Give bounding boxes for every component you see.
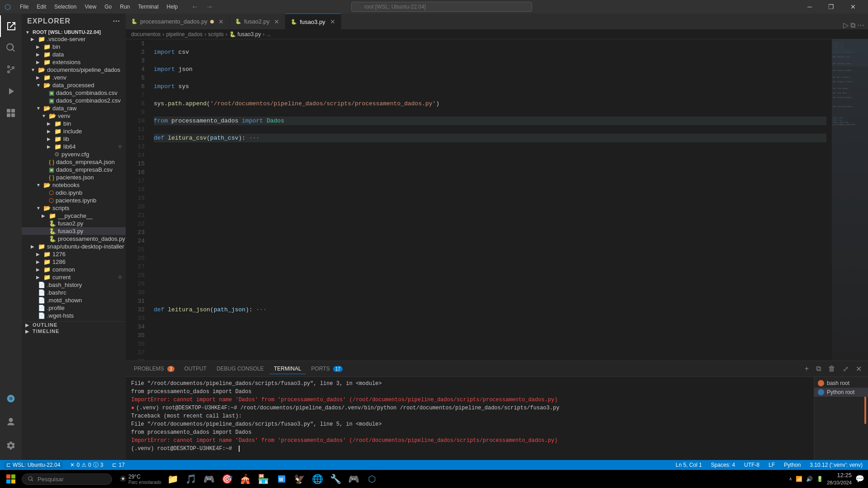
sidebar-item-venv-bin[interactable]: ▶ 📁 bin: [22, 120, 126, 127]
terminal-tab-terminal[interactable]: TERMINAL: [269, 364, 306, 374]
sidebar-item-processamento[interactable]: 🐍 processamento_dados.py: [22, 235, 126, 243]
sidebar-item-1276[interactable]: ▶ 📁 1276: [22, 250, 126, 258]
sidebar-item-dados-combinados2[interactable]: ▣ dados_combinados2.csv: [22, 97, 126, 104]
close-button[interactable]: ✕: [843, 0, 863, 14]
sidebar-item-documentos[interactable]: ▼ 📂 documentos/pipeline_dados: [22, 66, 126, 74]
split-editor-button[interactable]: ⧉: [850, 21, 855, 29]
breadcrumb-pipeline[interactable]: pipeline_dados: [166, 31, 203, 38]
terminal-split-button[interactable]: ⧉: [813, 364, 824, 374]
tab-fusao3[interactable]: 🐍 fusao3.py ✕: [285, 14, 341, 29]
network-icon[interactable]: 📶: [796, 476, 802, 482]
terminal-tab-ports[interactable]: PORTS 17: [307, 364, 347, 374]
status-cursor[interactable]: Ln 5, Col 1: [674, 462, 704, 468]
activity-search[interactable]: [0, 37, 22, 59]
activity-source-control[interactable]: [0, 59, 22, 80]
sidebar-item-venv[interactable]: ▶ 📁 .venv: [22, 74, 126, 81]
terminal-maximize-button[interactable]: ⤢: [840, 364, 851, 374]
activity-extensions[interactable]: [0, 102, 22, 124]
terminal-tab-output[interactable]: OUTPUT: [180, 364, 211, 374]
tab-close-fusao3[interactable]: ✕: [330, 18, 335, 25]
sidebar-item-1286[interactable]: ▶ 📁 1286: [22, 258, 126, 266]
sidebar-item-motd[interactable]: 📄 .motd_shown: [22, 296, 126, 304]
terminal-close-button[interactable]: ✕: [853, 364, 864, 374]
sidebar-item-dados-combinados[interactable]: ▣ dados_combinados.csv: [22, 89, 126, 97]
sidebar-item-pycache[interactable]: ▶ 📁 __pycache__: [22, 212, 126, 220]
shell-python[interactable]: Python root: [814, 388, 868, 397]
sidebar-item-fusao3[interactable]: 🐍 fusao3.py: [22, 227, 126, 235]
tab-fusao2[interactable]: 🐍 fusao2.py ✕: [230, 14, 285, 29]
terminal-tab-problems[interactable]: PROBLEMS 3: [129, 364, 179, 374]
sidebar-item-data[interactable]: ▶ 📁 data: [22, 51, 126, 58]
menu-run[interactable]: Run: [116, 3, 133, 11]
sidebar-item-bash-history[interactable]: 📄 .bash_history: [22, 281, 126, 289]
sidebar-more-button[interactable]: ···: [113, 17, 120, 25]
sidebar-outline-header[interactable]: ▶ OUTLINE: [22, 321, 126, 328]
sidebar-item-snap[interactable]: ▶ 📁 snap/ubuntu-desktop-installer: [22, 243, 126, 250]
sidebar-item-lib[interactable]: ▶ 📁 lib: [22, 135, 126, 143]
sidebar-item-extensions[interactable]: ▶ 📁 extensions: [22, 58, 126, 66]
sidebar-item-data-processed[interactable]: ▼ 📂 data_processed: [22, 81, 126, 89]
breadcrumb-documentos[interactable]: documentos: [131, 31, 160, 38]
status-line-ending[interactable]: LF: [767, 462, 777, 468]
sidebar-item-data-raw[interactable]: ▼ 📂 data_raw: [22, 104, 126, 112]
taskbar-explorer-app[interactable]: 📁: [165, 471, 181, 487]
taskbar-app11[interactable]: 🎮: [346, 471, 362, 487]
search-input[interactable]: [351, 2, 532, 12]
restore-button[interactable]: ❐: [821, 0, 842, 14]
sidebar-item-wget-hsts[interactable]: 📄 .wget-hsts: [22, 312, 126, 319]
sidebar-item-common[interactable]: ▶ 📁 common: [22, 266, 126, 273]
taskbar-app3[interactable]: 🎮: [201, 471, 217, 487]
menu-go[interactable]: Go: [101, 3, 115, 11]
status-python-version[interactable]: 3.10.12 (':venv': venv): [808, 462, 864, 468]
sidebar-item-profile[interactable]: 📄 .profile: [22, 304, 126, 312]
taskbar-app10[interactable]: 🔧: [328, 471, 344, 487]
taskbar-chrome[interactable]: 🌐: [310, 471, 326, 487]
sidebar-item-include[interactable]: ▶ 📁 include: [22, 127, 126, 135]
menu-edit[interactable]: Edit: [33, 3, 50, 11]
menu-terminal[interactable]: Terminal: [134, 3, 162, 11]
code-editor[interactable]: 1 2 3 4 5 6 7 8 9 10 11 12 13 14 15 16 1: [126, 39, 832, 361]
terminal-output[interactable]: File "/root/documentos/pipeline_dados/sc…: [126, 377, 814, 460]
more-actions-button[interactable]: ⋯: [857, 21, 864, 29]
sidebar-item-dados-empresa-json[interactable]: { } dados_empresaA.json: [22, 158, 126, 166]
tree-root[interactable]: ▼ ROOT [WSL: UBUNTU-22.04]: [22, 29, 126, 35]
tab-processamento[interactable]: 🐍 processamento_dados.py ✕: [126, 14, 230, 29]
start-button[interactable]: [4, 472, 18, 486]
taskbar-vscode[interactable]: ⬡: [364, 471, 380, 487]
menu-help[interactable]: Help: [163, 3, 182, 11]
breadcrumb-scripts[interactable]: scripts: [208, 31, 224, 38]
status-errors[interactable]: ✕ 0 ⚠ 0 ⓘ 3: [68, 461, 105, 469]
status-language[interactable]: Python: [782, 462, 802, 468]
taskbar-app8[interactable]: 🦅: [292, 471, 308, 487]
sidebar-item-dados-empresa-csv[interactable]: ▣ dados_empresaB.csv: [22, 166, 126, 174]
battery-icon[interactable]: 🔋: [816, 476, 823, 482]
activity-settings[interactable]: [0, 435, 22, 456]
activity-run-debug[interactable]: [0, 80, 22, 102]
sidebar-item-odio-ipynb[interactable]: ⬡ odio.ipynb: [22, 189, 126, 197]
sidebar-item-scripts[interactable]: ▼ 📂 scripts: [22, 204, 126, 212]
taskbar-clock[interactable]: 12:25 28/10/2024: [827, 471, 852, 487]
minimize-button[interactable]: ─: [799, 0, 820, 14]
status-spaces[interactable]: Spaces: 4: [709, 462, 737, 468]
taskbar-app2[interactable]: 🎵: [183, 471, 199, 487]
menu-file[interactable]: File: [16, 3, 32, 11]
taskbar-app7[interactable]: W: [274, 471, 290, 487]
sidebar-item-pyvenv[interactable]: ⚙ pyvenv.cfg: [22, 150, 126, 158]
status-ports[interactable]: ⊏ 17: [110, 462, 126, 468]
notification-icon[interactable]: 💬: [855, 474, 864, 483]
tab-close-processamento[interactable]: ✕: [218, 18, 224, 25]
sidebar-item-notebooks[interactable]: ▼ 📂 notebooks: [22, 181, 126, 189]
status-encoding[interactable]: UTF-8: [742, 462, 761, 468]
menu-selection[interactable]: Selection: [51, 3, 80, 11]
sidebar-item-pacientes-ipynb[interactable]: ⬡ pacientes.ipynb: [22, 197, 126, 204]
sidebar-item-lib64[interactable]: ▶ 📁 lib64 ⊹: [22, 143, 126, 150]
taskbar-app5[interactable]: 🎪: [237, 471, 254, 487]
taskbar-app4[interactable]: 🎯: [219, 471, 236, 487]
taskbar-search-box[interactable]: Pesquisar: [22, 474, 112, 485]
breadcrumb-more[interactable]: ...: [266, 31, 271, 38]
tab-close-fusao2[interactable]: ✕: [274, 18, 279, 25]
sidebar-item-current[interactable]: ▶ 📁 current ⊹: [22, 273, 126, 281]
activity-accounts[interactable]: [0, 411, 22, 433]
run-button[interactable]: ▷: [843, 21, 849, 29]
sidebar-item-vscode-server[interactable]: ▶ 📁 .vscode-server: [22, 35, 126, 43]
